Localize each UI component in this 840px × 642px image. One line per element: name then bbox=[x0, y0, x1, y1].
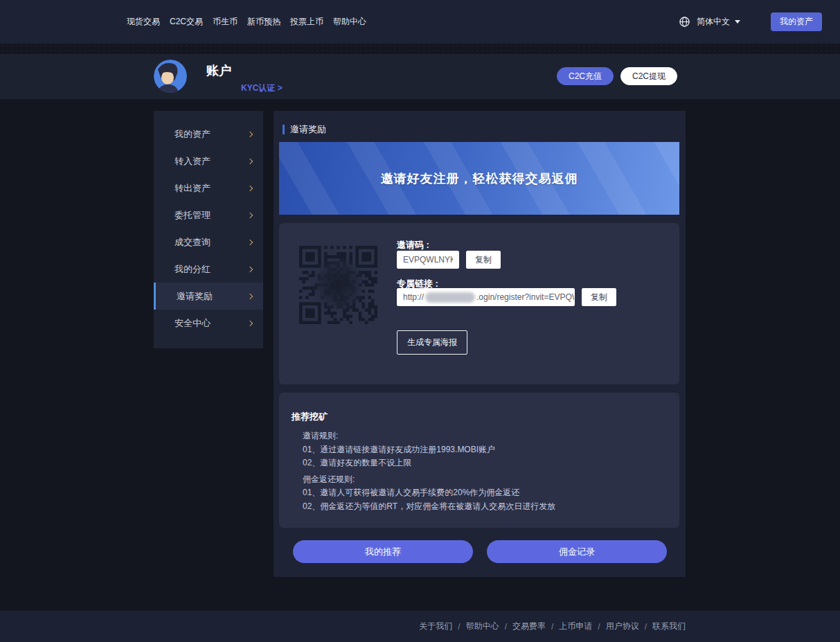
footer-link-item: / 联系我们 bbox=[639, 621, 686, 632]
texture-strip bbox=[0, 44, 840, 54]
chevron-right-icon bbox=[247, 212, 253, 217]
account-header: 账户 KYC认证 > C2C充值 C2C提现 bbox=[0, 54, 840, 99]
sidebar-item[interactable]: 委托管理 bbox=[154, 202, 263, 229]
rules-list: 邀请规则:01、通过邀请链接邀请好友成功注册1993.MOBI账户02、邀请好友… bbox=[303, 429, 667, 513]
account-sidebar: 我的资产 转入资产 转出资产 委托管理 成交查询 我的分红 邀请奖励 安全中心 bbox=[154, 111, 263, 348]
invite-code-row: 复制 bbox=[397, 251, 501, 269]
main-content: 邀请奖励 邀请好友注册，轻松获得交易返佣 邀请码 : 复制 专属链接 : htt… bbox=[274, 111, 686, 577]
c2c-withdraw-button[interactable]: C2C提现 bbox=[620, 67, 677, 85]
rule-line: 01、通过邀请链接邀请好友成功注册1993.MOBI账户 bbox=[303, 443, 667, 457]
chevron-right-icon bbox=[247, 185, 253, 190]
footer-separator: / bbox=[551, 622, 553, 632]
nav-menu: 现货交易C2C交易币生币新币预热投票上币帮助中心 bbox=[127, 16, 366, 28]
page-title: 账户 bbox=[206, 62, 231, 79]
invite-link-field[interactable]: http:// .ogin/register?invit=EVPQWLNYK bbox=[397, 288, 575, 306]
qr-censored-area bbox=[316, 260, 361, 310]
chevron-right-icon bbox=[247, 293, 253, 298]
sidebar-item-label: 我的分红 bbox=[175, 263, 211, 276]
footer-link[interactable]: 联系我们 bbox=[652, 621, 686, 632]
censored-domain bbox=[425, 292, 475, 303]
footer-separator: / bbox=[645, 622, 647, 632]
footer-link-item: / 用户协议 bbox=[592, 621, 638, 632]
sidebar-item-label: 转入资产 bbox=[175, 155, 211, 168]
sidebar-item-label: 委托管理 bbox=[175, 209, 211, 222]
c2c-buttons: C2C充值 C2C提现 bbox=[557, 67, 677, 85]
globe-icon bbox=[679, 17, 690, 27]
invite-panel: 邀请码 : 复制 专属链接 : http:// .ogin/register?i… bbox=[279, 223, 679, 384]
nav-item[interactable]: 帮助中心 bbox=[333, 16, 366, 28]
link-prefix: http:// bbox=[403, 292, 424, 302]
chevron-down-icon bbox=[735, 20, 740, 24]
chevron-right-icon bbox=[247, 320, 253, 326]
sidebar-item[interactable]: 成交查询 bbox=[154, 229, 263, 256]
sidebar-item-label: 成交查询 bbox=[175, 236, 211, 249]
kyc-verification-link[interactable]: KYC认证 > bbox=[241, 82, 283, 94]
language-label: 简体中文 bbox=[697, 16, 730, 28]
nav-item[interactable]: 投票上币 bbox=[290, 16, 323, 28]
sidebar-item[interactable]: 转入资产 bbox=[154, 148, 263, 175]
footer-link[interactable]: 上币申请 bbox=[559, 621, 592, 632]
title-accent-bar bbox=[283, 125, 285, 134]
copy-code-button[interactable]: 复制 bbox=[466, 251, 501, 269]
rule-line: 佣金返还规则: bbox=[303, 473, 667, 487]
nav-item[interactable]: 现货交易 bbox=[127, 16, 160, 28]
invite-banner: 邀请好友注册，轻松获得交易返佣 bbox=[279, 142, 679, 215]
invite-link-row: http:// .ogin/register?invit=EVPQWLNYK 复… bbox=[397, 288, 616, 306]
sidebar-item-label: 转出资产 bbox=[175, 182, 211, 195]
footer-link[interactable]: 帮助中心 bbox=[466, 621, 499, 632]
banner-slogan: 邀请好友注册，轻松获得交易返佣 bbox=[381, 170, 578, 187]
nav-item[interactable]: 币生币 bbox=[213, 16, 238, 28]
footer-link[interactable]: 关于我们 bbox=[419, 621, 452, 632]
chevron-right-icon bbox=[247, 239, 253, 244]
section-title: 邀请奖励 bbox=[283, 123, 326, 136]
sidebar-item[interactable]: 转出资产 bbox=[154, 175, 263, 202]
rule-line: 02、邀请好友的数量不设上限 bbox=[303, 456, 667, 470]
footer-link[interactable]: 交易费率 bbox=[512, 621, 546, 632]
copy-link-button[interactable]: 复制 bbox=[582, 288, 616, 306]
nav-item[interactable]: C2C交易 bbox=[170, 16, 203, 28]
rule-line: 邀请规则: bbox=[303, 429, 667, 443]
footer-separator: / bbox=[505, 622, 507, 632]
sidebar-item[interactable]: 邀请奖励 bbox=[154, 283, 263, 310]
rule-line: 01、邀请人可获得被邀请人交易手续费的20%作为佣金返还 bbox=[303, 486, 667, 500]
navbar-right: 简体中文 我的资产 bbox=[679, 0, 822, 44]
invite-code-input[interactable] bbox=[397, 251, 459, 269]
generate-poster-button[interactable]: 生成专属海报 bbox=[397, 330, 467, 355]
page-footer: / 关于我们 / 帮助中心 / 交易费率 / 上币申请 / 用户协议 / 联系我… bbox=[0, 611, 840, 642]
sidebar-item[interactable]: 安全中心 bbox=[154, 310, 263, 337]
rules-panel: 推荐挖矿 邀请规则:01、通过邀请链接邀请好友成功注册1993.MOBI账户02… bbox=[279, 393, 679, 528]
rules-title: 推荐挖矿 bbox=[292, 411, 667, 423]
c2c-deposit-button[interactable]: C2C充值 bbox=[557, 67, 614, 85]
sidebar-item-label: 安全中心 bbox=[175, 317, 211, 330]
top-navbar: 现货交易C2C交易币生币新币预热投票上币帮助中心 简体中文 我的资产 bbox=[0, 0, 840, 44]
link-suffix: .ogin/register?invit=EVPQWLNYK bbox=[476, 292, 575, 302]
footer-link-item: / 关于我们 bbox=[419, 621, 452, 632]
chevron-right-icon bbox=[247, 131, 253, 136]
rule-line: 02、佣金返还为等值的RT，对应佣金将在被邀请人交易次日进行发放 bbox=[303, 500, 667, 514]
action-buttons: 我的推荐 佣金记录 bbox=[293, 540, 667, 563]
footer-link-item: / 交易费率 bbox=[499, 621, 546, 632]
qr-code bbox=[299, 246, 377, 324]
footer-link-item: / 上币申请 bbox=[546, 621, 592, 632]
sidebar-item-label: 我的资产 bbox=[175, 128, 211, 141]
chevron-right-icon bbox=[247, 266, 253, 271]
footer-link[interactable]: 用户协议 bbox=[606, 621, 639, 632]
footer-link-item: / 帮助中心 bbox=[452, 621, 499, 632]
my-assets-button[interactable]: 我的资产 bbox=[771, 12, 822, 31]
chevron-right-icon bbox=[247, 158, 253, 163]
footer-separator: / bbox=[598, 622, 600, 632]
avatar[interactable] bbox=[154, 60, 187, 93]
sidebar-item-label: 邀请奖励 bbox=[177, 290, 213, 303]
invite-code-label: 邀请码 : bbox=[397, 239, 429, 251]
nav-item[interactable]: 新币预热 bbox=[247, 16, 280, 28]
sidebar-item[interactable]: 我的资产 bbox=[154, 121, 263, 148]
commission-records-button[interactable]: 佣金记录 bbox=[487, 540, 667, 563]
footer-separator: / bbox=[458, 622, 460, 632]
my-referrals-button[interactable]: 我的推荐 bbox=[293, 540, 473, 563]
footer-links: / 关于我们 / 帮助中心 / 交易费率 / 上币申请 / 用户协议 / 联系我… bbox=[419, 621, 686, 632]
sidebar-item[interactable]: 我的分红 bbox=[154, 256, 263, 283]
section-title-label: 邀请奖励 bbox=[290, 123, 326, 136]
language-selector[interactable]: 简体中文 bbox=[697, 16, 740, 28]
